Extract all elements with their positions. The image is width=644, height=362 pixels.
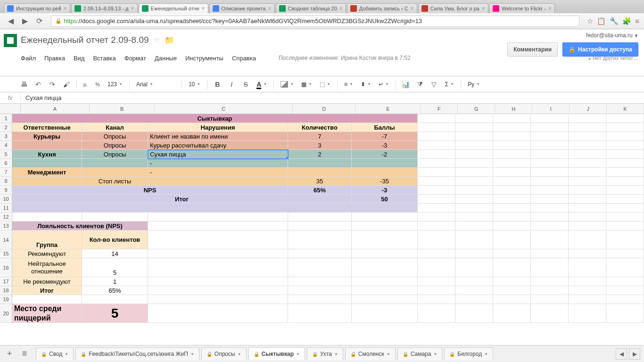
cell[interactable]: Кухня — [12, 150, 82, 159]
cell[interactable]: Нарушения — [148, 123, 288, 132]
cell[interactable]: - — [148, 159, 288, 168]
row-headers[interactable]: 1234567891011121314151617181920 — [0, 114, 12, 323]
cell[interactable] — [531, 295, 569, 304]
cell[interactable] — [288, 159, 352, 168]
cell[interactable]: Группа — [12, 230, 82, 249]
cell[interactable] — [455, 222, 493, 230]
cell[interactable] — [531, 204, 569, 213]
cell[interactable]: Клиент не назван по имени — [148, 132, 288, 141]
column-header[interactable]: C — [155, 104, 293, 114]
cell[interactable] — [569, 159, 606, 168]
cell[interactable] — [606, 230, 644, 249]
cell[interactable] — [455, 141, 493, 150]
cell[interactable] — [493, 177, 531, 186]
browser-tab[interactable]: Еженедельный отче× — [139, 3, 208, 13]
chevron-down-icon[interactable]: ▼ — [65, 352, 68, 356]
cell[interactable] — [606, 295, 644, 304]
cell[interactable] — [148, 295, 288, 304]
cell[interactable] — [352, 168, 418, 177]
cell[interactable] — [418, 213, 455, 222]
strikethrough-button[interactable]: S — [240, 79, 251, 90]
sheet-tab[interactable]: 🔒Ухта▼ — [307, 347, 343, 360]
cell[interactable] — [148, 222, 288, 230]
merge-button[interactable]: ⬚▼ — [318, 80, 332, 89]
cell[interactable] — [569, 277, 606, 286]
browser-tab[interactable]: Описание проекта× — [209, 3, 275, 13]
cell[interactable] — [531, 150, 569, 159]
cell[interactable] — [531, 222, 569, 230]
cell[interactable] — [531, 141, 569, 150]
cell[interactable]: Место среди пиццерий — [12, 304, 82, 323]
cell[interactable] — [418, 168, 455, 177]
cell[interactable] — [418, 186, 455, 195]
cell[interactable] — [148, 213, 288, 222]
cell[interactable] — [493, 150, 531, 159]
cell[interactable]: -7 — [352, 132, 418, 141]
cell[interactable] — [569, 150, 606, 159]
cell[interactable] — [418, 141, 455, 150]
spreadsheet-grid[interactable]: ABCDEFGHIJK 1234567891011121314151617181… — [0, 104, 644, 336]
cell[interactable] — [418, 304, 455, 323]
font-select[interactable]: Arial▼ — [134, 80, 177, 89]
cell[interactable]: 35 — [288, 177, 352, 186]
cell[interactable] — [606, 168, 644, 177]
cell[interactable] — [455, 230, 493, 249]
cell[interactable] — [148, 258, 288, 277]
cell[interactable] — [12, 159, 82, 168]
fill-color-button[interactable]: ▼ — [279, 80, 296, 89]
doc-title[interactable]: Еженедельный отчет 2.09-8.09 — [21, 35, 149, 45]
column-header[interactable]: E — [355, 104, 421, 114]
cell[interactable] — [288, 213, 352, 222]
cell[interactable] — [82, 295, 148, 304]
select-all-corner[interactable] — [0, 104, 21, 114]
row-header[interactable]: 19 — [0, 295, 12, 304]
chevron-down-icon[interactable]: ▼ — [190, 352, 194, 356]
cell[interactable]: - — [148, 168, 288, 177]
menu-item[interactable]: Данные — [155, 55, 177, 62]
cell[interactable] — [531, 177, 569, 186]
bold-button[interactable]: B — [212, 79, 223, 90]
cell[interactable] — [148, 304, 288, 323]
menu-item[interactable]: Правка — [44, 55, 65, 62]
tab-close-icon[interactable]: × — [131, 5, 134, 12]
cell[interactable] — [418, 177, 455, 186]
cell[interactable] — [12, 204, 418, 213]
cell[interactable] — [288, 277, 352, 286]
add-sheet-button[interactable]: + — [4, 348, 15, 360]
cell[interactable] — [531, 114, 569, 123]
cell[interactable] — [606, 177, 644, 186]
cell[interactable]: Опросы — [82, 141, 148, 150]
cell[interactable] — [606, 304, 644, 323]
sheet-tab[interactable]: 🔒Сыктывкар▼ — [248, 347, 305, 360]
cell[interactable] — [569, 204, 606, 213]
sheet-tab[interactable]: 🔒Белгород▼ — [444, 347, 493, 360]
cell[interactable] — [352, 222, 418, 230]
cell[interactable] — [531, 132, 569, 141]
cell[interactable] — [531, 186, 569, 195]
cell[interactable]: Курьер рассчитывал сдачу — [148, 141, 288, 150]
undo-icon[interactable]: ↶ — [33, 79, 43, 90]
cell[interactable] — [493, 159, 531, 168]
text-color-button[interactable]: A▼ — [255, 79, 269, 90]
cells-area[interactable]: СыктывкарОтветственныеКаналНарушенияКоли… — [12, 114, 644, 323]
chevron-down-icon[interactable]: ▼ — [484, 352, 488, 356]
browser-tab[interactable]: 2.09.13–8.09.13 - д× — [71, 3, 138, 13]
history-icon[interactable]: 📋 — [597, 17, 606, 25]
cell[interactable] — [455, 295, 493, 304]
cell[interactable]: Канал — [82, 123, 148, 132]
row-header[interactable]: 7 — [0, 168, 12, 177]
cell[interactable] — [82, 213, 148, 222]
v-align-button[interactable]: ⬍▼ — [359, 80, 373, 89]
cell[interactable] — [531, 249, 569, 258]
cell[interactable] — [531, 230, 569, 249]
cell[interactable] — [493, 286, 531, 295]
row-header[interactable]: 5 — [0, 150, 12, 159]
cell[interactable] — [12, 213, 82, 222]
row-header[interactable]: 13 — [0, 222, 12, 230]
menu-item[interactable]: Инструменты — [185, 55, 223, 62]
cell[interactable] — [531, 286, 569, 295]
cell[interactable] — [569, 295, 606, 304]
cell[interactable]: Стоп листы — [82, 177, 148, 186]
cell[interactable]: 65% — [82, 286, 148, 295]
row-header[interactable]: 10 — [0, 195, 12, 204]
